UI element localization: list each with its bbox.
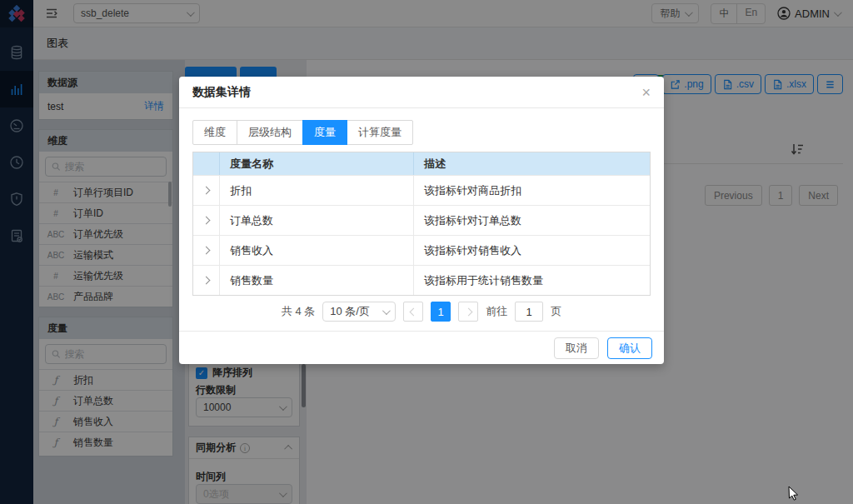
table-header-row: 度量名称 描述	[193, 152, 650, 175]
tab-measures[interactable]: 度量	[302, 120, 347, 145]
dataset-detail-modal: 数据集详情 × 维度 层级结构 度量 计算度量 度量名称 描述 折扣	[179, 77, 664, 364]
modal-tabs: 维度 层级结构 度量 计算度量	[192, 120, 651, 145]
tab-hierarchy[interactable]: 层级结构	[237, 120, 303, 145]
confirm-button[interactable]: 确认	[607, 337, 652, 359]
chevron-down-icon	[382, 307, 391, 315]
chevron-right-icon	[202, 187, 211, 195]
expand-row-button[interactable]	[193, 235, 219, 265]
tab-calculated-measures[interactable]: 计算度量	[347, 120, 413, 145]
column-header-desc: 描述	[413, 152, 650, 175]
table-row: 折扣 该指标针对商品折扣	[193, 175, 650, 205]
chevron-right-icon	[202, 247, 211, 255]
app-window: ssb_delete 帮助 中 En ADMIN	[0, 0, 853, 504]
chevron-right-icon	[202, 277, 211, 285]
page-1-button[interactable]: 1	[431, 302, 451, 322]
expand-row-button[interactable]	[193, 205, 219, 235]
chevron-right-icon	[202, 217, 211, 225]
cancel-button[interactable]: 取消	[554, 337, 599, 359]
modal-header: 数据集详情 ×	[179, 77, 664, 108]
table-row: 销售收入 该指标针对销售收入	[193, 235, 650, 265]
total-count: 共 4 条	[282, 304, 315, 319]
next-page-button[interactable]	[458, 302, 478, 322]
expand-row-button[interactable]	[193, 175, 219, 205]
prev-page-button[interactable]	[403, 302, 423, 322]
table-row: 订单总数 该指标针对订单总数	[193, 205, 650, 235]
mouse-cursor	[788, 486, 801, 503]
modal-footer: 取消 确认	[179, 331, 664, 364]
page-size-select[interactable]: 10 条/页	[322, 302, 396, 322]
modal-pagination: 共 4 条 10 条/页 1 前往 页	[192, 302, 651, 322]
tab-dimensions[interactable]: 维度	[192, 120, 237, 145]
close-icon[interactable]: ×	[641, 85, 651, 100]
measures-table: 度量名称 描述 折扣 该指标针对商品折扣 订单总数 该指标针对订单总数	[192, 152, 651, 296]
modal-body: 维度 层级结构 度量 计算度量 度量名称 描述 折扣 该指标针对商品折扣	[179, 108, 664, 331]
modal-title: 数据集详情	[192, 85, 251, 100]
column-header-name: 度量名称	[219, 152, 413, 175]
table-row: 销售数量 该指标用于统计销售数量	[193, 265, 650, 295]
goto-page-input[interactable]	[515, 302, 543, 322]
page-unit-label: 页	[551, 304, 561, 319]
expand-row-button[interactable]	[193, 265, 219, 295]
goto-label: 前往	[486, 304, 507, 319]
chevron-left-icon	[409, 307, 417, 316]
expand-column-header	[193, 152, 219, 175]
chevron-right-icon	[464, 307, 472, 316]
